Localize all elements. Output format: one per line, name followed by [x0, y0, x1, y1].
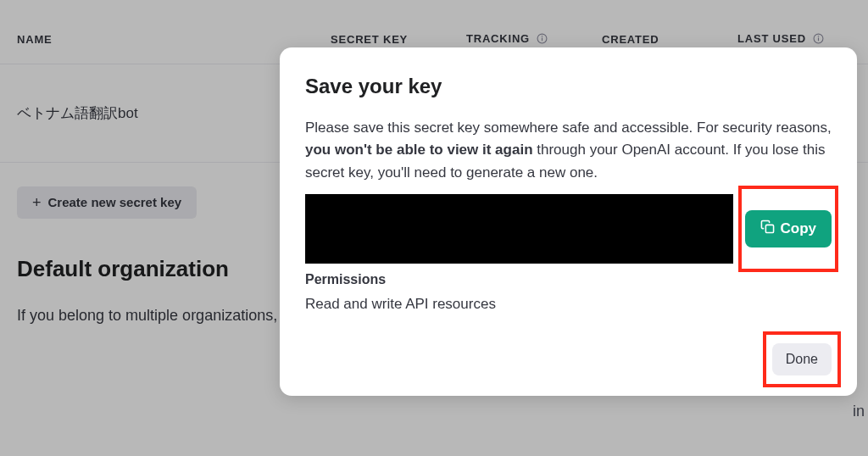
- copy-button-label: Copy: [781, 220, 817, 237]
- create-button-label: Create new secret key: [48, 195, 182, 209]
- key-name: ベトナム語翻訳bot: [17, 103, 138, 123]
- truncated-text: in: [853, 403, 868, 420]
- svg-point-2: [542, 36, 543, 36]
- create-new-secret-key-button[interactable]: + Create new secret key: [17, 186, 197, 219]
- secret-key-field[interactable]: [305, 194, 733, 264]
- col-secret-key: SECRET KEY: [331, 33, 466, 46]
- col-tracking-label: TRACKING: [466, 32, 530, 45]
- col-last-used: LAST USED: [737, 32, 851, 47]
- col-last-used-label: LAST USED: [737, 32, 806, 45]
- done-button[interactable]: Done: [772, 343, 832, 375]
- permissions-heading: Permissions: [305, 272, 832, 287]
- modal-desc-bold: you won't be able to view it again: [305, 142, 533, 158]
- col-tracking: TRACKING: [466, 32, 602, 47]
- copy-button[interactable]: Copy: [745, 210, 832, 247]
- info-icon: [537, 33, 548, 47]
- modal-description: Please save this secret key somewhere sa…: [305, 117, 832, 184]
- permissions-text: Read and write API resources: [305, 296, 832, 313]
- col-created: CREATED: [602, 33, 737, 46]
- col-name: NAME: [17, 33, 331, 46]
- save-key-modal: Save your key Please save this secret ke…: [280, 47, 857, 396]
- svg-point-5: [819, 36, 820, 36]
- copy-icon: [760, 220, 775, 238]
- svg-rect-6: [765, 225, 773, 232]
- plus-icon: +: [32, 195, 42, 210]
- modal-desc-pre: Please save this secret key somewhere sa…: [305, 120, 832, 136]
- info-icon: [813, 33, 824, 47]
- key-row: Copy: [305, 194, 832, 264]
- modal-title: Save your key: [305, 75, 832, 98]
